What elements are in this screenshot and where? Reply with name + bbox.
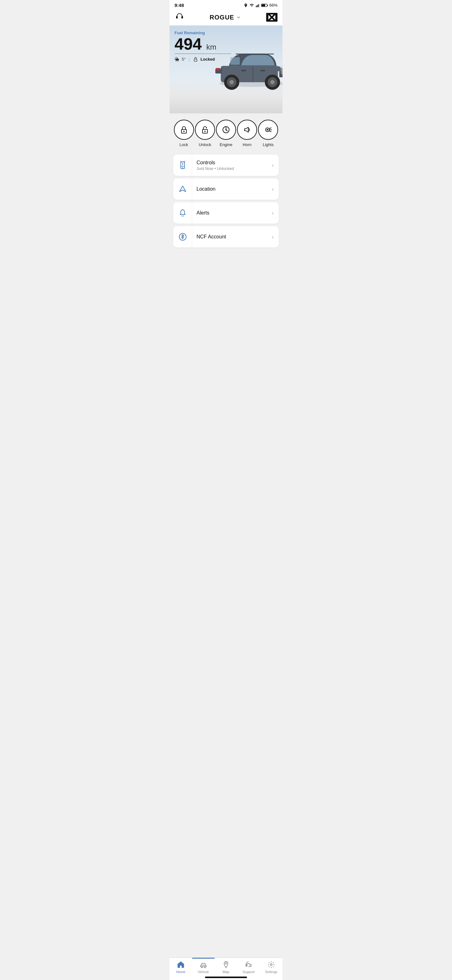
horn-circle — [237, 120, 257, 140]
ncf-card-icon — [173, 226, 192, 248]
svg-point-35 — [183, 130, 185, 132]
wifi-icon — [249, 3, 254, 8]
svg-rect-16 — [230, 57, 240, 65]
signal-icon — [255, 3, 260, 8]
horn-label: Horn — [243, 142, 251, 147]
location-card[interactable]: Location › — [173, 178, 279, 200]
horn-button[interactable]: Horn — [237, 120, 257, 147]
ncf-card-content: NCF Account — [192, 229, 267, 245]
mail-button[interactable] — [266, 13, 278, 22]
lights-button[interactable]: Lights — [258, 120, 278, 147]
ncf-card-title: NCF Account — [197, 234, 262, 240]
temperature: 5° — [182, 57, 186, 62]
svg-rect-7 — [176, 16, 178, 19]
svg-rect-32 — [216, 68, 220, 70]
unlock-label: Unlock — [199, 142, 211, 147]
controls-card-chevron: › — [267, 162, 279, 169]
ncf-card-chevron: › — [267, 234, 279, 240]
svg-rect-31 — [241, 70, 246, 71]
svg-rect-9 — [268, 14, 275, 20]
bottom-spacer — [173, 248, 279, 273]
unlock-button[interactable]: Unlock — [195, 120, 215, 147]
svg-point-28 — [230, 80, 234, 84]
svg-point-39 — [225, 129, 227, 130]
car-model-label: ROGUE — [210, 14, 234, 21]
lights-label: Lights — [263, 142, 274, 147]
car-svg — [207, 32, 282, 95]
svg-rect-3 — [259, 3, 260, 7]
hero-section: Fuel Remaining 494 km 🌦 5° | Locked — [170, 25, 282, 113]
svg-line-41 — [269, 128, 271, 129]
svg-rect-8 — [181, 16, 183, 19]
alerts-card-content: Alerts — [192, 205, 267, 221]
battery-icon — [261, 3, 268, 8]
controls-card-icon — [173, 154, 192, 176]
svg-line-43 — [269, 131, 271, 132]
controls-card[interactable]: Controls Just Now • Unlocked › — [173, 154, 279, 176]
status-time: 9:48 — [174, 3, 184, 8]
svg-rect-10 — [268, 14, 275, 20]
controls-section: Lock Unlock Eng — [170, 113, 282, 279]
car-name-header[interactable]: ROGUE — [210, 14, 241, 21]
location-card-chevron: › — [267, 186, 279, 192]
alerts-card-icon — [173, 202, 192, 224]
svg-rect-5 — [267, 5, 268, 6]
location-card-title: Location — [197, 186, 262, 192]
navigation-icon — [178, 185, 187, 194]
unlock-btn-icon — [200, 125, 210, 135]
controls-card-content: Controls Just Now • Unlocked — [192, 155, 267, 176]
app-header: ROGUE — [170, 9, 282, 25]
alerts-card[interactable]: Alerts › — [173, 202, 279, 224]
action-buttons-row: Lock Unlock Eng — [173, 120, 279, 147]
remote-icon — [178, 161, 187, 170]
bell-icon — [178, 208, 187, 217]
svg-rect-11 — [194, 59, 197, 61]
engine-button[interactable]: Engine — [216, 120, 236, 147]
dollar-icon — [178, 232, 187, 241]
engine-label: Engine — [220, 142, 232, 147]
lock-circle — [174, 120, 194, 140]
menu-cards: Controls Just Now • Unlocked › Location … — [173, 154, 279, 248]
lights-btn-icon — [263, 125, 273, 135]
svg-rect-33 — [236, 54, 274, 55]
svg-rect-6 — [262, 4, 265, 6]
battery-percentage: 66% — [269, 3, 278, 8]
svg-rect-0 — [256, 6, 257, 7]
svg-rect-30 — [260, 70, 265, 71]
svg-point-37 — [205, 130, 206, 132]
unlock-circle — [195, 120, 215, 140]
chevron-down-icon — [236, 15, 241, 20]
svg-rect-2 — [258, 4, 259, 7]
svg-point-25 — [270, 80, 274, 84]
svg-point-44 — [267, 129, 268, 130]
controls-card-title: Controls — [197, 160, 262, 165]
alerts-card-title: Alerts — [197, 210, 262, 216]
status-icons: 66% — [244, 3, 278, 8]
alerts-card-chevron: › — [267, 210, 279, 216]
lock-label: Lock — [179, 142, 188, 147]
ncf-card[interactable]: NCF Account › — [173, 226, 279, 248]
weather-icon: 🌦 — [174, 57, 179, 62]
lock-btn-icon — [179, 125, 189, 135]
engine-btn-icon — [221, 125, 231, 135]
svg-point-49 — [182, 209, 183, 210]
lock-button[interactable]: Lock — [174, 120, 194, 147]
svg-point-47 — [182, 167, 183, 169]
car-image — [207, 32, 282, 95]
lights-circle — [258, 120, 278, 140]
location-card-icon — [173, 178, 192, 200]
lock-icon-small — [193, 57, 198, 62]
controls-card-subtitle: Just Now • Unlocked — [197, 166, 262, 171]
location-card-content: Location — [192, 181, 267, 197]
status-bar: 9:48 66% — [170, 0, 282, 9]
headset-icon[interactable] — [174, 12, 185, 23]
svg-rect-1 — [257, 5, 258, 7]
location-status-icon — [244, 3, 248, 8]
engine-circle — [216, 120, 236, 140]
horn-btn-icon — [242, 125, 252, 135]
